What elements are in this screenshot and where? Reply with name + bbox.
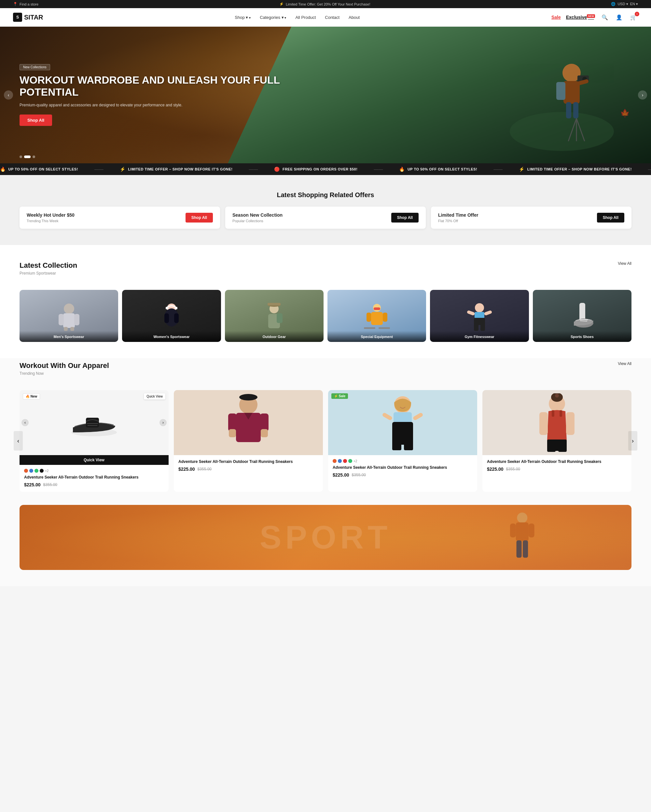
svg-rect-41	[474, 324, 478, 331]
ticker-text-5: LIMITED TIME OFFER – SHOP NOW BEFORE IT'…	[527, 167, 632, 171]
logo-link[interactable]: S SITAR	[13, 13, 43, 22]
product-1-quick-view-bar[interactable]: Quick View	[20, 455, 169, 465]
product-4-name: Adventure Seeker All-Terrain Outdoor Tra…	[487, 459, 627, 464]
category-card-outdoor[interactable]: Outdoor Gear	[225, 290, 324, 342]
promo-icon: ⚡	[279, 2, 284, 6]
product-grid-prev[interactable]: ‹	[14, 431, 23, 450]
product-card-1: 🔥 New Quick View ‹ › Quick V	[20, 390, 169, 492]
svg-rect-16	[64, 327, 68, 331]
latest-collection-view-all[interactable]: View All	[618, 261, 631, 266]
svg-rect-32	[367, 313, 371, 322]
nav-exclusive[interactable]: ExclusiveNEW	[566, 15, 595, 20]
product-grid-next[interactable]: ›	[628, 431, 637, 450]
workout-apparel-view-all[interactable]: View All	[618, 362, 631, 366]
product-3-price-old: $355.00	[352, 473, 366, 477]
hero-dot-3[interactable]	[32, 156, 35, 158]
workout-apparel-title: Workout With Our Apparel	[20, 362, 109, 370]
offer-2-title: Season New Collection	[232, 212, 283, 218]
search-button[interactable]: 🔍	[600, 13, 609, 22]
category-label-gym: Gym Fitnesswear	[430, 331, 529, 342]
hero-dot-1[interactable]	[20, 156, 22, 158]
account-button[interactable]: 👤	[614, 13, 623, 22]
color-dot-3-orange[interactable]	[333, 459, 336, 463]
hero-cta-button[interactable]: Shop All	[20, 114, 52, 126]
offer-3-title: Limited Time Offer	[438, 212, 478, 218]
color-dot-3-blue[interactable]	[338, 459, 342, 463]
find-store-link[interactable]: Find a store	[20, 2, 38, 6]
product-3-name: Adventure Seeker All-Terrain Outdoor Tra…	[333, 465, 473, 470]
product-3-info: +2 Adventure Seeker All-Terrain Outdoor …	[328, 455, 477, 482]
color-dot-green[interactable]	[35, 469, 38, 473]
product-1-info: +2 Adventure Seeker All-Terrain Outdoor …	[20, 465, 169, 492]
ticker-item-1: 🔥 UP TO 50% OFF ON SELECT STYLES!	[0, 166, 78, 172]
color-dot-3-green[interactable]	[348, 459, 352, 463]
product-1-img-next[interactable]: ›	[159, 419, 167, 426]
product-2-image-wrap	[174, 390, 323, 455]
product-4-image-wrap	[482, 390, 631, 455]
hero-next-arrow[interactable]: ›	[638, 90, 647, 99]
svg-point-12	[64, 304, 74, 314]
sport-banner-silhouette	[505, 511, 540, 563]
product-3-price: $225.00 $355.00	[333, 472, 473, 478]
fire-icon-2: 🔥	[399, 166, 405, 172]
offer-2-shop-btn[interactable]: Shop All	[391, 213, 419, 223]
hero-banner: 🍂 🍁 New Collections WORKOUT WARDROBE AND…	[0, 27, 651, 163]
product-2-price: $225.00 $355.00	[178, 467, 318, 472]
currency-selector[interactable]: USD ▾	[617, 2, 628, 6]
svg-rect-8	[573, 102, 578, 118]
fire-icon-1: 🔥	[0, 166, 6, 172]
ticker-text-4: UP TO 50% OFF ON SELECT STYLES!	[408, 167, 477, 171]
svg-point-36	[475, 303, 484, 312]
color-dot-black[interactable]	[40, 469, 44, 473]
color-dot-3-red[interactable]	[343, 459, 347, 463]
color-dot-blue[interactable]	[29, 469, 33, 473]
latest-collection-title: Latest Collection	[20, 261, 77, 270]
svg-point-52	[239, 394, 257, 400]
men-sportswear-image	[53, 300, 85, 332]
lightning-icon-1: ⚡	[120, 166, 126, 172]
category-card-shoes[interactable]: Sports Shoes	[533, 290, 631, 342]
product-card-2: Adventure Seeker All-Terrain Outdoor Tra…	[174, 390, 323, 492]
top-promo-text: Limited Time Offer: Get 20% Off Your Nex…	[286, 2, 370, 6]
sport-banner: Sport	[20, 505, 631, 570]
svg-rect-77	[510, 524, 516, 537]
nav-shop[interactable]: Shop ▾	[235, 15, 248, 20]
nav-about[interactable]: About	[348, 15, 360, 20]
flag-icon: 🌐	[611, 2, 616, 6]
category-card-women[interactable]: Women's Sportswear	[122, 290, 221, 342]
svg-rect-63	[392, 441, 401, 450]
nav-sale[interactable]: Sale	[552, 15, 561, 20]
language-selector[interactable]: EN ▾	[630, 2, 638, 6]
nav-categories[interactable]: Categories ▾	[260, 15, 284, 20]
offer-card-3: Limited Time Offer Flat 70% Off Shop All	[431, 207, 631, 229]
category-card-gym[interactable]: Gym Fitnesswear	[430, 290, 529, 342]
offer-1-shop-btn[interactable]: Shop All	[185, 213, 213, 223]
color-dot-orange[interactable]	[24, 469, 28, 473]
product-1-badge: 🔥 New	[23, 393, 40, 400]
product-2-price-old: $355.00	[197, 467, 212, 472]
category-card-special[interactable]: Special Equipment	[327, 290, 426, 342]
product-1-price-old: $355.00	[43, 482, 57, 487]
svg-rect-71	[566, 412, 575, 435]
svg-rect-59	[394, 412, 412, 423]
svg-rect-54	[228, 414, 237, 431]
svg-rect-26	[267, 303, 281, 305]
offer-1-title: Weekly Hot Under $50	[27, 212, 75, 218]
category-card-men[interactable]: Men's Sportswear	[20, 290, 118, 342]
product-1-name: Adventure Seeker All-Terrain Outdoor Tra…	[24, 475, 164, 480]
svg-point-0	[510, 112, 614, 151]
latest-collection-subtitle: Premium Sportswear	[20, 271, 77, 276]
ticker-text-2: LIMITED TIME OFFER – SHOP NOW BEFORE IT'…	[128, 167, 232, 171]
svg-rect-30	[374, 307, 380, 310]
nav-contact[interactable]: Contact	[325, 15, 339, 20]
hero-dot-2[interactable]	[24, 156, 31, 158]
ticker-sep-5: ——	[648, 166, 651, 172]
svg-rect-13	[63, 313, 75, 328]
product-1-img-prev[interactable]: ‹	[21, 419, 29, 426]
offer-3-shop-btn[interactable]: Shop All	[597, 213, 624, 223]
offer-card-2-content: Season New Collection Popular Collection…	[232, 212, 283, 223]
product-1-quick-view-btn[interactable]: Quick View	[144, 393, 165, 400]
workout-apparel-subtitle: Trending Now	[20, 371, 109, 376]
nav-all-product[interactable]: All Product	[295, 15, 316, 20]
product-3-image-wrap: ⚡ Sale	[328, 390, 477, 455]
